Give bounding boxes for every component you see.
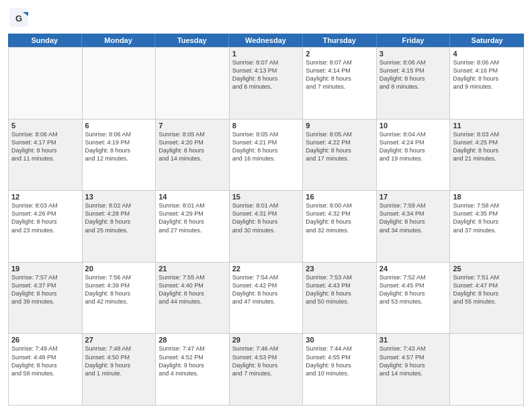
calendar-cell: 7Sunrise: 8:05 AM Sunset: 4:20 PM Daylig…: [156, 120, 230, 191]
weekday-header-saturday: Saturday: [450, 34, 524, 47]
calendar-row-4: 19Sunrise: 7:57 AM Sunset: 4:37 PM Dayli…: [9, 263, 524, 334]
calendar-cell: 23Sunrise: 7:53 AM Sunset: 4:43 PM Dayli…: [303, 263, 377, 334]
calendar-cell: 18Sunrise: 7:58 AM Sunset: 4:35 PM Dayli…: [450, 191, 524, 263]
calendar-cell: 28Sunrise: 7:47 AM Sunset: 4:52 PM Dayli…: [156, 334, 230, 406]
calendar-cell: 21Sunrise: 7:55 AM Sunset: 4:40 PM Dayli…: [156, 263, 230, 334]
calendar-cell: 25Sunrise: 7:51 AM Sunset: 4:47 PM Dayli…: [450, 263, 524, 334]
calendar-cell: 27Sunrise: 7:48 AM Sunset: 4:50 PM Dayli…: [83, 334, 157, 406]
cell-daylight-info: Sunrise: 8:06 AM Sunset: 4:19 PM Dayligh…: [85, 130, 153, 163]
calendar-cell: 3Sunrise: 8:06 AM Sunset: 4:15 PM Daylig…: [377, 48, 451, 120]
calendar-cell: [156, 48, 230, 120]
calendar-cell: 2Sunrise: 8:07 AM Sunset: 4:14 PM Daylig…: [303, 48, 377, 120]
cell-daylight-info: Sunrise: 8:07 AM Sunset: 4:13 PM Dayligh…: [232, 58, 300, 91]
logo: G: [8, 7, 30, 28]
day-number: 23: [306, 265, 373, 273]
calendar-cell: 20Sunrise: 7:56 AM Sunset: 4:39 PM Dayli…: [83, 263, 157, 334]
cell-daylight-info: Sunrise: 7:59 AM Sunset: 4:34 PM Dayligh…: [380, 201, 447, 234]
cell-daylight-info: Sunrise: 7:48 AM Sunset: 4:50 PM Dayligh…: [85, 345, 153, 377]
calendar-cell: 14Sunrise: 8:01 AM Sunset: 4:29 PM Dayli…: [156, 191, 230, 263]
day-number: 17: [380, 193, 447, 201]
calendar-cell: 8Sunrise: 8:05 AM Sunset: 4:21 PM Daylig…: [230, 120, 304, 191]
cell-daylight-info: Sunrise: 7:44 AM Sunset: 4:55 PM Dayligh…: [306, 345, 373, 377]
cell-daylight-info: Sunrise: 8:07 AM Sunset: 4:14 PM Dayligh…: [306, 58, 373, 91]
day-number: 20: [85, 265, 153, 273]
calendar-cell: 13Sunrise: 8:02 AM Sunset: 4:28 PM Dayli…: [83, 191, 157, 263]
day-number: 26: [11, 336, 79, 344]
calendar-cell: 10Sunrise: 8:04 AM Sunset: 4:24 PM Dayli…: [377, 120, 451, 191]
day-number: 19: [11, 265, 79, 273]
day-number: 5: [11, 122, 79, 130]
calendar-cell: 12Sunrise: 8:03 AM Sunset: 4:26 PM Dayli…: [9, 191, 83, 263]
day-number: 1: [232, 50, 300, 58]
calendar-cell: 29Sunrise: 7:46 AM Sunset: 4:53 PM Dayli…: [230, 334, 304, 406]
day-number: 6: [85, 122, 153, 130]
day-number: 27: [85, 336, 153, 344]
calendar-cell: 17Sunrise: 7:59 AM Sunset: 4:34 PM Dayli…: [377, 191, 451, 263]
calendar-cell: 31Sunrise: 7:43 AM Sunset: 4:57 PM Dayli…: [377, 334, 451, 406]
calendar-cell: 26Sunrise: 7:49 AM Sunset: 4:48 PM Dayli…: [9, 334, 83, 406]
cell-daylight-info: Sunrise: 8:03 AM Sunset: 4:26 PM Dayligh…: [11, 201, 79, 234]
calendar-cell: [9, 48, 83, 120]
calendar-row-2: 5Sunrise: 8:06 AM Sunset: 4:17 PM Daylig…: [9, 120, 524, 191]
calendar-row-1: 1Sunrise: 8:07 AM Sunset: 4:13 PM Daylig…: [9, 48, 524, 120]
cell-daylight-info: Sunrise: 8:05 AM Sunset: 4:20 PM Dayligh…: [159, 130, 226, 163]
calendar-row-3: 12Sunrise: 8:03 AM Sunset: 4:26 PM Dayli…: [9, 191, 524, 263]
day-number: 9: [306, 122, 373, 130]
cell-daylight-info: Sunrise: 8:05 AM Sunset: 4:22 PM Dayligh…: [306, 130, 373, 163]
day-number: 16: [306, 193, 373, 201]
calendar-cell: 19Sunrise: 7:57 AM Sunset: 4:37 PM Dayli…: [9, 263, 83, 334]
calendar: SundayMondayTuesdayWednesdayThursdayFrid…: [8, 34, 524, 406]
day-number: 13: [85, 193, 153, 201]
weekday-header-sunday: Sunday: [8, 34, 82, 47]
calendar-cell: 15Sunrise: 8:01 AM Sunset: 4:31 PM Dayli…: [230, 191, 304, 263]
calendar-cell: [83, 48, 157, 120]
cell-daylight-info: Sunrise: 8:05 AM Sunset: 4:21 PM Dayligh…: [232, 130, 300, 163]
cell-daylight-info: Sunrise: 7:52 AM Sunset: 4:45 PM Dayligh…: [380, 273, 447, 306]
day-number: 21: [159, 265, 226, 273]
day-number: 28: [159, 336, 226, 344]
calendar-cell: 6Sunrise: 8:06 AM Sunset: 4:19 PM Daylig…: [83, 120, 157, 191]
day-number: 4: [453, 50, 521, 58]
day-number: 12: [11, 193, 79, 201]
weekday-header-monday: Monday: [82, 34, 156, 47]
header: G: [8, 7, 524, 28]
day-number: 2: [306, 50, 373, 58]
day-number: 24: [380, 265, 447, 273]
cell-daylight-info: Sunrise: 8:03 AM Sunset: 4:25 PM Dayligh…: [453, 130, 521, 163]
cell-daylight-info: Sunrise: 8:04 AM Sunset: 4:24 PM Dayligh…: [380, 130, 447, 163]
calendar-cell: 22Sunrise: 7:54 AM Sunset: 4:42 PM Dayli…: [230, 263, 304, 334]
cell-daylight-info: Sunrise: 7:43 AM Sunset: 4:57 PM Dayligh…: [380, 345, 447, 377]
day-number: 15: [232, 193, 300, 201]
calendar-body: 1Sunrise: 8:07 AM Sunset: 4:13 PM Daylig…: [8, 47, 524, 406]
logo-icon: G: [8, 7, 30, 28]
weekday-header-wednesday: Wednesday: [229, 34, 303, 47]
day-number: 7: [159, 122, 226, 130]
calendar-cell: 9Sunrise: 8:05 AM Sunset: 4:22 PM Daylig…: [303, 120, 377, 191]
cell-daylight-info: Sunrise: 7:53 AM Sunset: 4:43 PM Dayligh…: [306, 273, 373, 306]
day-number: 25: [453, 265, 521, 273]
calendar-header: SundayMondayTuesdayWednesdayThursdayFrid…: [8, 34, 524, 47]
weekday-header-tuesday: Tuesday: [155, 34, 229, 47]
day-number: 14: [159, 193, 226, 201]
cell-daylight-info: Sunrise: 8:06 AM Sunset: 4:15 PM Dayligh…: [380, 58, 447, 91]
cell-daylight-info: Sunrise: 7:51 AM Sunset: 4:47 PM Dayligh…: [453, 273, 521, 306]
cell-daylight-info: Sunrise: 8:06 AM Sunset: 4:17 PM Dayligh…: [11, 130, 79, 163]
weekday-header-thursday: Thursday: [303, 34, 377, 47]
day-number: 18: [453, 193, 521, 201]
cell-daylight-info: Sunrise: 7:49 AM Sunset: 4:48 PM Dayligh…: [11, 345, 79, 377]
cell-daylight-info: Sunrise: 8:02 AM Sunset: 4:28 PM Dayligh…: [85, 201, 153, 234]
calendar-cell: 1Sunrise: 8:07 AM Sunset: 4:13 PM Daylig…: [230, 48, 304, 120]
cell-daylight-info: Sunrise: 7:58 AM Sunset: 4:35 PM Dayligh…: [453, 201, 521, 234]
svg-text:G: G: [15, 13, 22, 24]
day-number: 11: [453, 122, 521, 130]
cell-daylight-info: Sunrise: 8:01 AM Sunset: 4:31 PM Dayligh…: [232, 201, 300, 234]
day-number: 30: [306, 336, 373, 344]
weekday-header-friday: Friday: [377, 34, 451, 47]
page-container: G SundayMondayTuesdayWednesdayThursdayFr…: [0, 0, 532, 411]
calendar-row-5: 26Sunrise: 7:49 AM Sunset: 4:48 PM Dayli…: [9, 334, 524, 406]
cell-daylight-info: Sunrise: 7:55 AM Sunset: 4:40 PM Dayligh…: [159, 273, 226, 306]
calendar-cell: 24Sunrise: 7:52 AM Sunset: 4:45 PM Dayli…: [377, 263, 451, 334]
day-number: 3: [380, 50, 447, 58]
cell-daylight-info: Sunrise: 7:54 AM Sunset: 4:42 PM Dayligh…: [232, 273, 300, 306]
day-number: 8: [232, 122, 300, 130]
